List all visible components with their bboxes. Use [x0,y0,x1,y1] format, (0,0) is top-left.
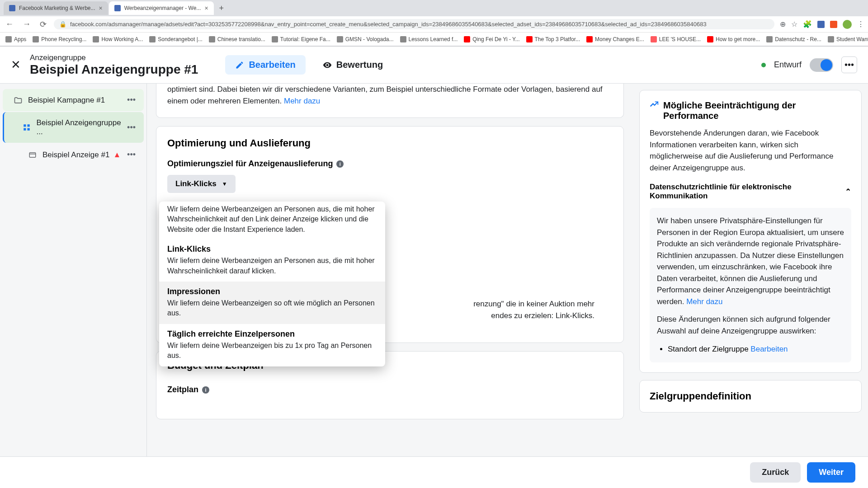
header-subtitle: Anzeigengruppe [30,53,198,62]
reload-icon[interactable]: ⟳ [38,18,48,31]
edit-targeting-link[interactable]: Bearbeiten [750,345,788,353]
bookmark-item[interactable]: Student Wants an... [828,36,868,42]
section-title: Optimierung und Auslieferung [167,137,613,149]
sidebar-item-ad[interactable]: Beispiel Anzeige #1 ▲ ••• [3,144,144,166]
optimization-goal-dropdown[interactable]: Link-Klicks ▼ [167,175,236,193]
new-tab-button[interactable]: + [215,4,229,13]
privacy-accordion-header[interactable]: Datenschutzrichtlinie für elektronische … [650,180,851,203]
bookmark-favicon-icon [272,36,278,42]
bookmark-favicon-icon [209,36,215,42]
info-icon[interactable]: i [336,160,344,168]
close-icon[interactable]: × [99,5,103,12]
info-icon[interactable]: i [202,386,209,394]
menu-icon[interactable]: ⋮ [857,20,864,28]
extension-icon[interactable] [830,21,837,28]
bookmark-label: Tutorial: Eigene Fa... [280,36,330,42]
bookmark-item[interactable]: Sonderangebot |... [149,36,203,42]
bookmark-item[interactable]: Tutorial: Eigene Fa... [272,36,330,42]
more-icon[interactable]: ••• [127,150,136,160]
header-right: Entwurf ••• [761,56,857,73]
star-icon[interactable]: ☆ [791,20,797,28]
dropdown-option-desc: Wir liefern deine Werbeanzeigen so oft w… [167,298,377,319]
optimization-goal-label: Optimierungsziel für Anzeigenauslieferun… [167,159,613,169]
browser-tab[interactable]: Facebook Marketing & Werbe... × [4,1,108,15]
next-button[interactable]: Weiter [807,462,855,483]
svg-rect-3 [27,128,29,131]
close-icon[interactable]: × [204,5,208,12]
extension-icon[interactable]: 🧩 [803,20,812,28]
more-icon[interactable]: ••• [127,95,136,105]
bookmark-item[interactable]: How Working A... [93,36,143,42]
accordion-title: Datenschutzrichtlinie für elektronische … [650,183,845,201]
dropdown-option-link-klicks[interactable]: Link-Klicks Wir liefern deine Werbeanzei… [159,239,385,282]
more-options-button[interactable]: ••• [841,56,857,73]
audience-definition-title: Zielgruppendefinition [640,380,861,412]
bookmark-label: Sonderangebot |... [158,36,203,42]
footer-bar: Zurück Weiter [0,456,868,488]
learn-more-link[interactable]: Mehr dazu [686,297,722,306]
warning-icon: ▲ [113,150,121,160]
bookmark-label: Apps [14,36,26,42]
page-title: Beispiel Anzeigengruppe #1 [30,62,198,77]
pencil-icon [235,61,244,70]
extension-icon[interactable] [817,21,825,28]
close-editor-button[interactable]: ✕ [11,58,21,72]
zeitplan-label-text: Zeitplan [167,385,198,394]
bookmark-item[interactable]: Lessons Learned f... [400,36,458,42]
chart-up-icon [650,100,659,121]
profile-avatar-icon[interactable] [843,20,852,29]
learn-more-link[interactable]: Mehr dazu [284,97,320,105]
status-toggle[interactable] [810,58,833,72]
impact-label: Standort der Zielgruppe [668,345,750,353]
toggle-knob [821,59,832,71]
optimization-dropdown-menu: Wir liefern deine Werbeanzeigen an Perso… [159,202,385,366]
forward-icon[interactable]: → [21,18,33,31]
more-icon[interactable]: ••• [127,123,136,132]
bookmark-item[interactable]: The Top 3 Platfor... [526,36,580,42]
svg-rect-1 [27,124,29,127]
bookmark-item[interactable]: Datenschutz - Re... [766,36,821,42]
apps-icon [5,36,12,42]
bookmark-item[interactable]: Qing Fei De Yi - Y... [464,36,519,42]
bookmark-label: Chinese translatio... [217,36,265,42]
translate-icon[interactable]: ⊕ [780,20,786,28]
tab-edit[interactable]: Bearbeiten [225,55,305,75]
zeitplan-label: Zeitplan i [167,385,613,394]
facebook-favicon-icon [9,5,15,11]
browser-chrome: Facebook Marketing & Werbe... × Werbeanz… [0,0,868,47]
bookmark-label: Lessons Learned f... [409,36,458,42]
center-content: optimiert sind. Dabei bieten wir dir ver… [147,84,633,457]
changes-text: Diese Änderungen können sich aufgrund fo… [657,314,844,337]
bookmark-item[interactable]: Chinese translatio... [209,36,265,42]
panel-title-text: Mögliche Beeinträchtigung der Performanc… [663,100,851,121]
eye-icon [323,61,332,70]
dropdown-option-impressionen[interactable]: Impressionen Wir liefern deine Werbeanze… [159,282,385,324]
tab-strip: Facebook Marketing & Werbe... × Werbeanz… [0,0,868,16]
bookmark-item[interactable]: Phone Recycling... [33,36,86,42]
bookmark-label: Money Changes E... [595,36,644,42]
tab-title: Facebook Marketing & Werbe... [19,5,95,11]
bookmarks-bar: Apps Phone Recycling... How Working A...… [0,33,868,46]
bookmark-item[interactable]: GMSN - Vologada... [337,36,394,42]
dropdown-option-desc: Wir liefern deine Werbeanzeigen an Perso… [167,256,377,276]
url-bar[interactable]: 🔒 facebook.com/adsmanager/manage/adsets/… [54,19,774,29]
sidebar-item-adset[interactable]: Beispiel Anzeigengruppe ... ••• [3,112,144,143]
bookmark-item[interactable]: LEE 'S HOUSE... [651,36,701,42]
tab-edit-label: Bearbeiten [249,60,295,70]
dropdown-option-daily-reach[interactable]: Täglich erreichte Einzelpersonen Wir lie… [159,324,385,366]
dropdown-option-desc: Wir liefern deine Werbeanzeigen bis zu 1… [167,341,377,361]
ad-icon [28,150,37,160]
bookmark-item[interactable]: How to get more... [707,36,760,42]
apps-button[interactable]: Apps [5,36,26,42]
intro-fragment: optimiert sind. Dabei bieten wir dir ver… [167,85,603,105]
behind-fragment-2: endes zu erzielen: Link-Klicks. [491,311,594,320]
tab-review[interactable]: Bewertung [313,55,393,75]
status-label: Entwurf [774,60,802,70]
bookmark-label: Qing Fei De Yi - Y... [472,36,519,42]
back-icon[interactable]: ← [4,18,15,31]
back-button[interactable]: Zurück [750,462,801,483]
bookmark-item[interactable]: Money Changes E... [586,36,644,42]
sidebar-item-label: Beispiel Anzeigengruppe ... [36,118,127,136]
sidebar-item-campaign[interactable]: Beispiel Kampagne #1 ••• [3,89,144,111]
browser-tab[interactable]: Werbeanzeigenmanager - We... × [109,1,214,15]
